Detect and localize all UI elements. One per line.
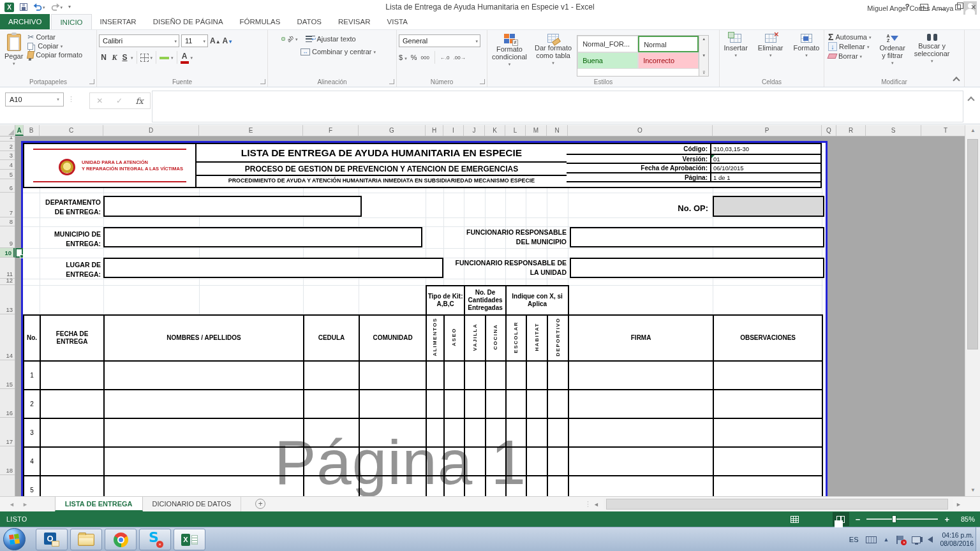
column-header-P[interactable]: P [713,125,822,136]
style-incorrecto[interactable]: Incorrecto [638,52,699,69]
collapse-formula-bar-icon[interactable] [967,96,974,103]
align-left-button[interactable] [270,50,274,54]
input-lugar[interactable] [103,258,443,278]
redo-button[interactable]: ▾ [51,3,63,11]
column-header-F[interactable]: F [303,125,359,136]
ribbon-tab-datos[interactable]: DATOS [288,14,330,29]
table-header-habitat[interactable]: HABITAT [526,315,547,361]
input-departamento[interactable] [103,196,362,217]
merge-center-button[interactable]: ↔Combinar y centrar▾ [299,47,378,56]
page-layout-view-button[interactable] [810,512,826,526]
restore-button[interactable] [955,4,961,10]
zoom-slider[interactable] [866,518,938,520]
format-cells-button[interactable]: Formato▾ [791,33,822,77]
select-all-corner[interactable] [0,125,15,136]
enter-icon[interactable]: ✓ [116,96,122,105]
table-header-no[interactable]: No. [24,315,40,361]
wrap-text-button[interactable]: Ajustar texto [304,34,358,43]
cell-r5-c2[interactable] [40,476,104,496]
clear-button[interactable]: Borrar▾ [826,52,873,61]
sort-filter-button[interactable]: AZ Ordenar y filtrar▾ [877,33,907,66]
cell-r1-c3[interactable] [104,361,304,390]
font-size-combo[interactable]: 11▾ [181,34,208,47]
orientation-icon[interactable]: ab [286,34,295,43]
insert-function-icon[interactable]: fx [136,96,144,106]
table-header-cocina[interactable]: COCINA [486,315,506,361]
row-header-4[interactable]: 4 [0,160,15,170]
taskbar-excel-button[interactable]: X [174,529,205,550]
insert-cells-button[interactable]: Insertar▾ [722,33,750,77]
column-header-B[interactable]: B [24,125,40,136]
column-header-Q[interactable]: Q [822,125,836,136]
input-funcionario-unidad[interactable] [570,258,824,278]
cell-r2-c8[interactable] [464,390,486,418]
cell-r2-c11[interactable] [526,390,547,418]
table-header-fecha-de-entrega[interactable]: FECHA DE ENTREGA [40,315,104,361]
format-painter-button[interactable]: Copiar formato [26,50,84,59]
cell-r2-c9[interactable] [486,390,506,418]
style-buena[interactable]: Buena [577,52,638,69]
cell-r1-c5[interactable] [359,361,426,390]
column-header-L[interactable]: L [505,125,526,136]
volume-icon[interactable] [928,536,933,543]
autosum-button[interactable]: ΣAutosuma▾ [826,33,873,41]
table-header-deportivo[interactable]: DEPORTIVO [547,315,568,361]
table-header-firma[interactable]: FIRMA [568,315,713,361]
name-box[interactable]: A10▾ [5,92,64,107]
cell-r5-c12[interactable] [547,476,568,496]
dialog-launcher-icon[interactable] [480,79,485,84]
group-header-no-de[interactable]: No. De Cantidades Entregadas [464,286,506,315]
column-header-C[interactable]: C [40,125,103,136]
fill-color-button[interactable] [160,56,169,59]
language-indicator[interactable]: ES [849,536,859,543]
column-header-A[interactable]: A [15,125,24,136]
cell-r1-c10[interactable] [506,361,526,390]
cell-r1-c2[interactable] [40,361,104,390]
input-funcionario-municipio[interactable] [570,227,824,247]
vertical-scroll-thumb[interactable] [967,139,978,349]
normal-view-button[interactable] [787,512,803,526]
ribbon-tab-archivo[interactable]: ARCHIVO [0,14,50,29]
copy-button[interactable]: Copiar▾ [26,41,84,50]
row-header-11[interactable]: 11 [0,258,15,279]
cell-r3-c11[interactable] [526,418,547,447]
cell-r2-c14[interactable] [713,390,822,418]
increase-decimal-button[interactable]: ←.0 [440,55,450,61]
font-name-combo[interactable]: Calibri▾ [99,34,179,47]
row-header-9[interactable]: 9 [0,226,15,248]
sheet-area[interactable]: 123456789101112131415161718 UNIDAD PARA … [0,136,965,496]
row-header-8[interactable]: 8 [0,217,15,226]
dialog-launcher-icon[interactable] [89,79,94,84]
scroll-down-icon[interactable]: ▼ [965,485,980,496]
format-as-table-button[interactable]: Dar formato como tabla▾ [532,33,574,77]
column-header-G[interactable]: G [359,125,426,136]
currency-button[interactable]: $ ▾ [399,54,407,61]
customize-qat-button[interactable]: ▾ [68,4,71,10]
increase-font-icon[interactable]: A▲ [210,36,221,45]
row-header-15[interactable]: 15 [0,360,15,389]
bold-button[interactable]: N [99,53,108,62]
column-header-I[interactable]: I [443,125,464,136]
row-header-6[interactable]: 6 [0,179,15,193]
table-header-escolar[interactable]: ESCOLAR [506,315,526,361]
column-header-M[interactable]: M [526,125,547,136]
undo-button[interactable]: ▾ [33,3,45,11]
style-normal[interactable]: Normal [638,36,699,52]
ribbon-tab-revisar[interactable]: REVISAR [330,14,379,29]
styles-gallery-scroll[interactable]: ▲▼⊽ [699,35,709,77]
column-header-N[interactable]: N [547,125,568,136]
zoom-level[interactable]: 85% [956,515,975,523]
align-top-button[interactable] [270,37,274,41]
row-header-16[interactable]: 16 [0,389,15,418]
row-header-17[interactable]: 17 [0,418,15,446]
underline-button[interactable]: S [121,53,129,62]
table-header-aseo[interactable]: ASEO [444,315,464,361]
cell-r3-c2[interactable] [40,418,104,447]
cell-r3-c13[interactable] [568,418,713,447]
cell-r1-c14[interactable] [713,361,822,390]
delete-cells-button[interactable]: Eliminar▾ [755,33,786,77]
taskbar-explorer-button[interactable] [70,529,102,550]
minimize-button[interactable] [939,9,945,10]
increase-indent-button[interactable] [293,50,297,54]
taskbar-outlook-button[interactable]: O [36,529,68,550]
